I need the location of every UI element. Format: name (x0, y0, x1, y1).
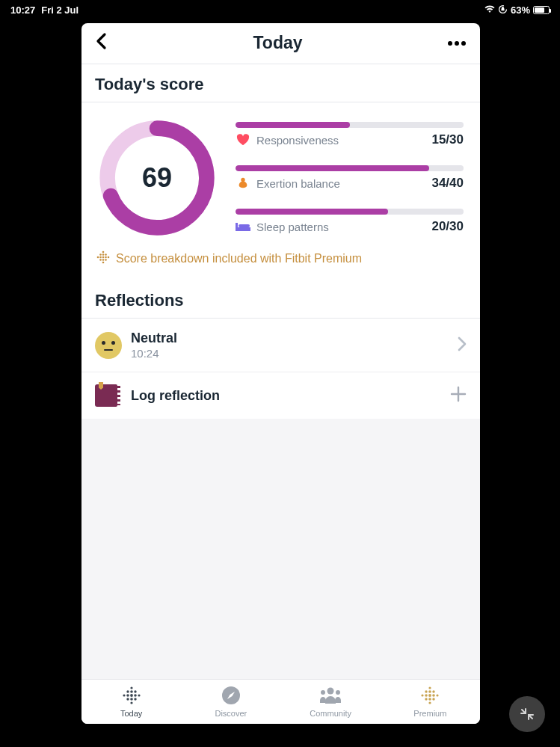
svg-point-10 (102, 251, 105, 253)
premium-text: Score breakdown included with Fitbit Pre… (116, 252, 362, 265)
tab-label: Today (120, 709, 142, 718)
status-time: 10:27 (10, 4, 35, 16)
reflection-entry[interactable]: Neutral 10:24 (81, 319, 480, 372)
plus-icon (450, 386, 467, 405)
bed-icon (236, 219, 250, 234)
tab-label: Premium (413, 709, 446, 718)
svg-point-39 (336, 690, 340, 695)
score-panel: 69 Responsiveness 15/30 Exertion balance… (81, 102, 480, 242)
orientation-lock-icon (498, 4, 508, 16)
metric-label: Responsiveness (256, 134, 425, 147)
svg-point-42 (422, 694, 424, 696)
svg-point-19 (102, 253, 105, 256)
svg-rect-9 (239, 224, 250, 227)
svg-point-26 (138, 694, 140, 696)
battery-percentage: 63% (511, 4, 530, 16)
svg-point-49 (429, 690, 432, 693)
svg-point-48 (433, 698, 435, 700)
app-window: Today Today's score 69 Responsiveness 15… (81, 23, 480, 724)
svg-point-46 (433, 690, 435, 692)
svg-point-20 (102, 259, 105, 261)
svg-point-38 (321, 690, 325, 695)
tab-community[interactable]: Community (281, 684, 381, 718)
tab-today[interactable]: Today (81, 684, 181, 718)
reflection-time: 10:24 (131, 347, 458, 360)
svg-point-11 (102, 262, 105, 264)
metric-label: Exertion balance (256, 177, 425, 190)
svg-point-17 (99, 259, 102, 261)
metrics-list: Responsiveness 15/30 Exertion balance 34… (236, 119, 464, 237)
svg-point-51 (425, 694, 428, 697)
tab-discover[interactable]: Discover (181, 684, 280, 718)
svg-point-52 (433, 694, 436, 697)
empty-space (81, 419, 480, 679)
svg-point-3 (461, 41, 466, 46)
battery-icon (533, 6, 550, 14)
journal-icon (95, 384, 117, 407)
status-date: Fri 2 Jul (41, 4, 79, 16)
heart-icon (236, 132, 250, 147)
svg-point-47 (425, 698, 428, 700)
today-icon (120, 684, 143, 707)
metric-responsiveness: Responsiveness 15/30 (236, 122, 464, 147)
svg-point-1 (448, 41, 452, 46)
more-button[interactable] (447, 36, 467, 49)
svg-point-40 (429, 686, 431, 689)
svg-point-23 (130, 686, 132, 689)
compass-icon (220, 684, 242, 707)
svg-point-41 (429, 701, 431, 704)
svg-point-13 (108, 256, 110, 259)
wifi-icon (484, 4, 495, 16)
page-title: Today (253, 33, 302, 53)
chevron-right-icon (458, 336, 467, 354)
tab-bar: Today Discover Community Premium (81, 679, 480, 724)
svg-point-15 (99, 253, 102, 256)
metric-score: 15/30 (431, 132, 464, 147)
svg-point-33 (130, 698, 133, 701)
svg-point-35 (134, 694, 137, 697)
svg-point-50 (429, 698, 432, 701)
log-reflection-button[interactable]: Log reflection (81, 372, 480, 419)
svg-point-31 (134, 698, 136, 700)
svg-point-16 (105, 253, 107, 256)
metric-score: 34/40 (431, 176, 464, 191)
svg-point-30 (126, 698, 129, 700)
svg-point-37 (327, 688, 334, 695)
minimize-fab[interactable] (509, 696, 545, 732)
premium-icon (96, 250, 110, 267)
exertion-icon (236, 176, 250, 191)
svg-point-12 (97, 256, 99, 259)
premium-upsell[interactable]: Score breakdown included with Fitbit Pre… (81, 242, 480, 280)
tab-premium[interactable]: Premium (381, 684, 480, 718)
reflection-title: Neutral (131, 331, 458, 346)
svg-point-2 (455, 41, 459, 46)
reflections-heading: Reflections (81, 280, 480, 318)
svg-point-43 (437, 694, 439, 696)
back-button[interactable] (95, 32, 108, 53)
neutral-face-icon (95, 332, 122, 359)
svg-point-34 (126, 694, 129, 697)
device-status-bar: 10:27 Fri 2 Jul 63% (0, 0, 560, 16)
svg-point-29 (134, 690, 136, 692)
svg-point-44 (428, 694, 431, 697)
svg-point-45 (425, 690, 428, 692)
svg-point-28 (126, 690, 129, 692)
log-reflection-label: Log reflection (131, 388, 450, 404)
metric-label: Sleep patterns (256, 221, 425, 233)
svg-point-24 (130, 701, 132, 704)
svg-point-21 (99, 256, 102, 259)
score-ring: 69 (98, 119, 216, 237)
tab-label: Community (310, 709, 351, 718)
svg-point-25 (123, 694, 125, 696)
svg-point-27 (130, 694, 133, 697)
svg-rect-8 (236, 227, 250, 231)
svg-point-18 (105, 259, 107, 261)
score-heading: Today's score (81, 64, 480, 102)
metric-sleep: Sleep patterns 20/30 (236, 209, 464, 234)
svg-point-22 (105, 256, 107, 259)
score-value: 69 (98, 119, 216, 237)
metric-score: 20/30 (431, 219, 464, 234)
svg-point-14 (102, 256, 105, 259)
svg-point-32 (130, 690, 133, 693)
premium-icon (419, 684, 441, 707)
